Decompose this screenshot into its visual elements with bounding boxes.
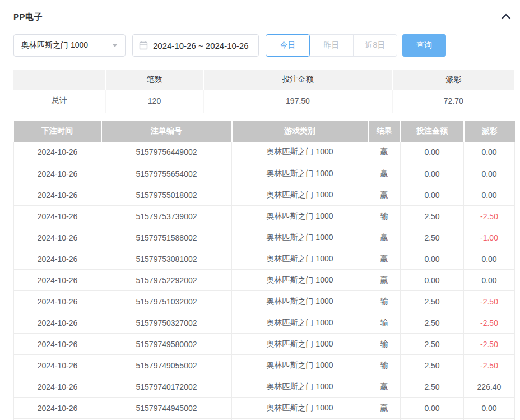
bet-table-body: 2024-10-26 51579756449002 奥林匹斯之门 1000 赢 …	[14, 142, 515, 420]
summary-col-bet-amount: 投注金额	[203, 70, 392, 90]
cell-payout: -2.50	[464, 206, 515, 227]
cell-order-number: 51579750327002	[101, 312, 232, 334]
table-row: 2024-10-26 51579750327002 奥林匹斯之门 1000 输 …	[14, 312, 515, 334]
quick-btn-today[interactable]: 今日	[266, 34, 310, 57]
cell-result: 输	[368, 334, 401, 355]
col-game-category: 游戏类别	[232, 121, 368, 142]
cell-payout: 226.40	[464, 376, 515, 398]
table-row: 2024-10-26 51579755654002 奥林匹斯之门 1000 赢 …	[14, 163, 515, 184]
cell-payout: 0.00	[464, 398, 515, 419]
collapse-panel-button[interactable]	[500, 11, 512, 22]
cell-result: 赢	[368, 248, 401, 270]
summary-total-row: 总计 120 197.50 72.70	[13, 90, 514, 113]
game-select-value: 奥林匹斯之门 1000	[21, 40, 88, 50]
table-row: 2024-10-26 51579744945002 奥林匹斯之门 1000 赢 …	[14, 398, 515, 419]
summary-total-count: 120	[105, 90, 203, 113]
page-title: PP电子	[13, 12, 43, 22]
table-row: 2024-10-26 51579751032002 奥林匹斯之门 1000 输 …	[14, 291, 515, 312]
cell-game-category: 奥林匹斯之门 1000	[232, 270, 368, 291]
cell-bet-time: 2024-10-26	[14, 398, 101, 419]
cell-order-number: 51579749580002	[101, 334, 232, 355]
cell-bet-time: 2024-10-26	[14, 270, 101, 291]
cell-result: 赢	[368, 184, 401, 206]
cell-bet-time: 2024-10-26	[14, 312, 101, 334]
cell-order-number: 51579740172002	[101, 376, 232, 398]
cell-game-category: 奥林匹斯之门 1000	[232, 291, 368, 312]
cell-bet-amount: 0.00	[401, 270, 464, 291]
cell-payout: 0.00	[464, 248, 515, 270]
cell-game-category: 奥林匹斯之门 1000	[232, 227, 368, 248]
search-button[interactable]: 查询	[402, 34, 446, 57]
cell-game-category: 奥林匹斯之门 1000	[232, 398, 368, 419]
date-range-picker[interactable]: 2024-10-26 ~ 2024-10-26	[132, 34, 259, 57]
game-select[interactable]: 奥林匹斯之门 1000	[13, 34, 126, 57]
betting-records-panel: { "header": { "title": "PP电子", "collapse…	[0, 0, 520, 420]
cell-order-number: 51579755654002	[101, 163, 232, 184]
cell-order-number: 51579751032002	[101, 291, 232, 312]
cell-bet-amount: 0.00	[401, 163, 464, 184]
cell-payout: -2.50	[464, 334, 515, 355]
summary-col-empty	[13, 70, 105, 90]
table-row: 2024-10-26 51579752292002 奥林匹斯之门 1000 赢 …	[14, 270, 515, 291]
cell-game-category: 奥林匹斯之门 1000	[232, 334, 368, 355]
table-row: 2024-10-26 51579753739002 奥林匹斯之门 1000 输 …	[14, 206, 515, 227]
cell-bet-amount: 2.50	[401, 334, 464, 355]
col-bet-amount: 投注金额	[401, 121, 464, 142]
cell-bet-amount: 0.00	[401, 184, 464, 206]
cell-payout: 0.00	[464, 184, 515, 206]
cell-payout: 0.00	[464, 270, 515, 291]
filter-bar: 奥林匹斯之门 1000 2024-10-26 ~ 2024-10-26 今日 昨…	[13, 34, 520, 57]
cell-bet-time: 2024-10-26	[14, 291, 101, 312]
cell-payout: 0.00	[464, 163, 515, 184]
cell-result: 赢	[368, 163, 401, 184]
summary-table: 笔数 投注金额 派彩 总计 120 197.50 72.70	[13, 70, 514, 113]
summary-total-label: 总计	[13, 90, 105, 113]
cell-bet-amount: 0.00	[401, 398, 464, 419]
cell-order-number: 51579744945002	[101, 398, 232, 419]
cell-result: 赢	[368, 398, 401, 419]
cell-result: 输	[368, 355, 401, 376]
summary-total-payout: 72.70	[392, 90, 514, 113]
cell-order-number: 51579755018002	[101, 184, 232, 206]
col-order-number: 注单编号	[101, 121, 232, 142]
cell-order-number: 51579749055002	[101, 355, 232, 376]
cell-bet-amount: 2.50	[401, 376, 464, 398]
cell-payout: -2.50	[464, 355, 515, 376]
cell-payout: 0.00	[464, 142, 515, 163]
table-row: 2024-10-26 51579756449002 奥林匹斯之门 1000 赢 …	[14, 142, 515, 163]
summary-col-count: 笔数	[105, 70, 203, 90]
cell-bet-time: 2024-10-26	[14, 355, 101, 376]
cell-result: 赢	[368, 376, 401, 398]
table-row: 2024-10-26 51579749055002 奥林匹斯之门 1000 输 …	[14, 355, 515, 376]
cell-result: 赢	[368, 270, 401, 291]
cell-bet-amount: 2.50	[401, 227, 464, 248]
cell-bet-time: 2024-10-26	[14, 334, 101, 355]
cell-payout: -2.50	[464, 291, 515, 312]
chevron-down-icon	[112, 44, 118, 47]
quick-range-button-group: 今日 昨日 近8日	[266, 34, 397, 57]
cell-payout: -2.50	[464, 312, 515, 334]
table-row: 2024-10-26 51579740172002 奥林匹斯之门 1000 赢 …	[14, 376, 515, 398]
cell-bet-time: 2024-10-26	[14, 248, 101, 270]
bet-table-header-row: 下注时间 注单编号 游戏类别 结果 投注金额 派彩	[14, 121, 515, 142]
panel-header: PP电子	[0, 0, 520, 22]
cell-bet-amount: 2.50	[401, 291, 464, 312]
table-row: 2024-10-26 51579755018002 奥林匹斯之门 1000 赢 …	[14, 184, 515, 206]
cell-game-category: 奥林匹斯之门 1000	[232, 376, 368, 398]
cell-game-category: 奥林匹斯之门 1000	[232, 184, 368, 206]
col-bet-time: 下注时间	[14, 121, 101, 142]
cell-order-number: 51579751588002	[101, 227, 232, 248]
cell-game-category: 奥林匹斯之门 1000	[232, 206, 368, 227]
cell-bet-amount: 0.00	[401, 248, 464, 270]
calendar-icon	[139, 41, 148, 50]
date-range-value: 2024-10-26 ~ 2024-10-26	[153, 41, 249, 50]
cell-bet-time: 2024-10-26	[14, 163, 101, 184]
cell-game-category: 奥林匹斯之门 1000	[232, 248, 368, 270]
summary-total-bet-amount: 197.50	[203, 90, 392, 113]
quick-btn-last8days[interactable]: 近8日	[353, 34, 397, 57]
cell-order-number: 51579756449002	[101, 142, 232, 163]
col-result: 结果	[368, 121, 401, 142]
cell-bet-amount: 2.50	[401, 206, 464, 227]
quick-btn-yesterday[interactable]: 昨日	[309, 34, 354, 57]
cell-order-number: 51579753739002	[101, 206, 232, 227]
